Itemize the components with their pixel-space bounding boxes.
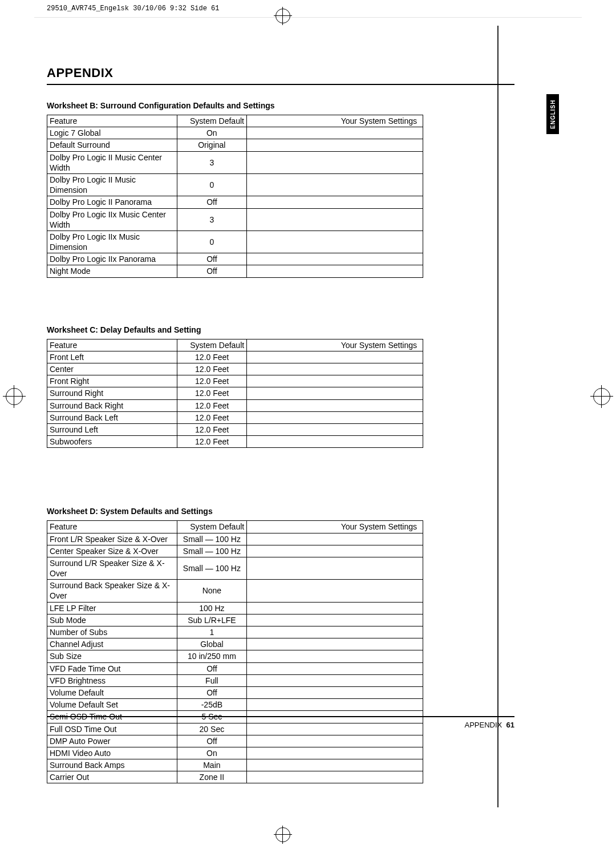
table-header-row: Feature System Default Your System Setti… <box>47 521 423 533</box>
crop-mark-icon <box>593 388 610 405</box>
feature-cell: Subwoofers <box>47 436 177 448</box>
print-metadata: 29510_AVR745_Engelsk 30/10/06 9:32 Side … <box>47 5 219 13</box>
default-cell: 0 <box>177 231 246 253</box>
default-cell: Off <box>177 735 247 747</box>
user-settings-cell <box>247 545 423 557</box>
table-row: Front L/R Speaker Size & X-OverSmall — 1… <box>47 533 423 545</box>
user-settings-cell <box>247 351 423 363</box>
user-settings-cell <box>246 231 423 253</box>
user-settings-cell <box>246 151 423 173</box>
user-settings-cell <box>247 557 423 579</box>
default-cell: On <box>177 747 247 759</box>
table-row: DMP Auto PowerOff <box>47 735 423 747</box>
feature-cell: Surround Left <box>47 423 177 435</box>
default-cell: 12.0 Feet <box>177 351 247 363</box>
feature-cell: LFE LP Filter <box>47 602 177 614</box>
user-settings-cell <box>247 580 423 602</box>
default-cell: 12.0 Feet <box>177 436 247 448</box>
user-settings-cell <box>247 686 423 698</box>
default-cell: 3 <box>177 151 246 173</box>
default-cell: 12.0 Feet <box>177 411 247 423</box>
user-settings-cell <box>247 674 423 686</box>
header-feature: Feature <box>47 339 177 351</box>
section-heading: APPENDIX <box>47 66 514 85</box>
default-cell: 12.0 Feet <box>177 363 247 375</box>
worksheet-b-table: Feature System Default Your System Setti… <box>47 115 423 278</box>
header-settings: Your System Settings <box>247 521 423 533</box>
table-row: Surround Back Left12.0 Feet <box>47 411 423 423</box>
worksheet-c-title: Worksheet C: Delay Defaults and Setting <box>47 325 514 334</box>
table-row: Default SurroundOriginal <box>47 139 423 151</box>
table-row: Surround L/R Speaker Size & X-OverSmall … <box>47 557 423 579</box>
crop-mark-icon <box>6 388 23 405</box>
feature-cell: Surround Back Amps <box>47 759 177 771</box>
table-row: Surround Right12.0 Feet <box>47 387 423 399</box>
feature-cell: Channel Adjust <box>47 638 177 650</box>
user-settings-cell <box>247 363 423 375</box>
user-settings-cell <box>246 139 423 151</box>
feature-cell: Sub Mode <box>47 614 177 626</box>
user-settings-cell <box>246 253 423 265</box>
default-cell: Off <box>177 265 246 277</box>
user-settings-cell <box>247 650 423 662</box>
default-cell: Off <box>177 253 246 265</box>
feature-cell: VFD Fade Time Out <box>47 662 177 674</box>
feature-cell: Number of Subs <box>47 626 177 638</box>
default-cell: 3 <box>177 208 246 231</box>
worksheet-c-table: Feature System Default Your System Setti… <box>47 339 423 448</box>
feature-cell: Center Speaker Size & X-Over <box>47 545 177 557</box>
default-cell: 12.0 Feet <box>177 387 247 399</box>
table-row: Channel AdjustGlobal <box>47 638 423 650</box>
feature-cell: Front L/R Speaker Size & X-Over <box>47 533 177 545</box>
table-row: Dolby Pro Logic II PanoramaOff <box>47 196 423 208</box>
header-settings: Your System Settings <box>246 115 423 127</box>
table-row: Subwoofers12.0 Feet <box>47 436 423 448</box>
default-cell: 12.0 Feet <box>177 399 247 411</box>
user-settings-cell <box>247 375 423 387</box>
table-row: Dolby Pro Logic IIx Music Center Width3 <box>47 208 423 231</box>
page-footer: APPENDIX 61 <box>47 716 514 729</box>
feature-cell: Dolby Pro Logic IIx Music Dimension <box>47 231 177 253</box>
table-row: Sub Size10 in/250 mm <box>47 650 423 662</box>
header-feature: Feature <box>47 115 177 127</box>
table-row: LFE LP Filter100 Hz <box>47 602 423 614</box>
user-settings-cell <box>247 638 423 650</box>
user-settings-cell <box>247 399 423 411</box>
feature-cell: Dolby Pro Logic II Music Center Width <box>47 151 177 173</box>
table-row: Surround Back AmpsMain <box>47 759 423 771</box>
default-cell: Small — 100 Hz <box>177 533 247 545</box>
table-row: Dolby Pro Logic IIx PanoramaOff <box>47 253 423 265</box>
default-cell: 10 in/250 mm <box>177 650 247 662</box>
user-settings-cell <box>246 173 423 196</box>
default-cell: Small — 100 Hz <box>177 545 247 557</box>
default-cell: -25dB <box>177 699 247 711</box>
feature-cell: HDMI Video Auto <box>47 747 177 759</box>
table-row: Dolby Pro Logic IIx Music Dimension0 <box>47 231 423 253</box>
user-settings-cell <box>246 196 423 208</box>
default-cell: On <box>177 127 246 139</box>
user-settings-cell <box>247 662 423 674</box>
user-settings-cell <box>247 411 423 423</box>
default-cell: Small — 100 Hz <box>177 557 247 579</box>
user-settings-cell <box>247 533 423 545</box>
crop-mark-icon <box>275 9 290 23</box>
feature-cell: DMP Auto Power <box>47 735 177 747</box>
feature-cell: Surround Back Speaker Size & X-Over <box>47 580 177 602</box>
default-cell: 1 <box>177 626 247 638</box>
user-settings-cell <box>247 747 423 759</box>
worksheet-d-table: Feature System Default Your System Setti… <box>47 520 423 783</box>
table-header-row: Feature System Default Your System Setti… <box>47 115 423 127</box>
default-cell: Main <box>177 759 247 771</box>
user-settings-cell <box>247 602 423 614</box>
table-row: Number of Subs1 <box>47 626 423 638</box>
feature-cell: Carrier Out <box>47 771 177 783</box>
table-row: Volume Default Set-25dB <box>47 699 423 711</box>
default-cell: 100 Hz <box>177 602 247 614</box>
table-row: Volume DefaultOff <box>47 686 423 698</box>
table-row: Surround Back Right12.0 Feet <box>47 399 423 411</box>
default-cell: None <box>177 580 247 602</box>
feature-cell: Surround Back Left <box>47 411 177 423</box>
user-settings-cell <box>247 436 423 448</box>
user-settings-cell <box>247 771 423 783</box>
table-row: Surround Left12.0 Feet <box>47 423 423 435</box>
